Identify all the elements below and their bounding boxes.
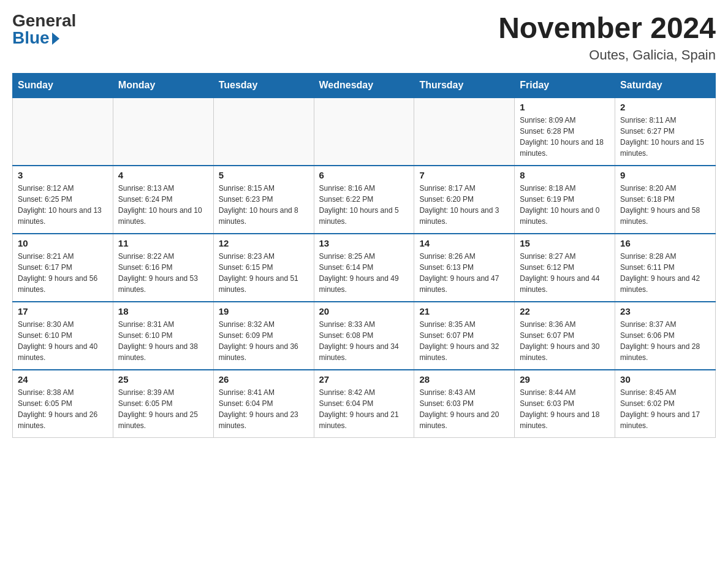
day-number: 1 — [520, 102, 610, 112]
calendar-cell: 11Sunrise: 8:22 AMSunset: 6:16 PMDayligh… — [113, 234, 213, 302]
day-info: Sunrise: 8:45 AMSunset: 6:02 PMDaylight:… — [620, 387, 710, 431]
day-info: Sunrise: 8:44 AMSunset: 6:03 PMDaylight:… — [520, 387, 610, 431]
calendar-cell: 28Sunrise: 8:43 AMSunset: 6:03 PMDayligh… — [414, 370, 515, 438]
calendar-cell — [314, 98, 414, 166]
day-info: Sunrise: 8:18 AMSunset: 6:19 PMDaylight:… — [520, 183, 610, 227]
calendar-cell: 23Sunrise: 8:37 AMSunset: 6:06 PMDayligh… — [615, 302, 716, 370]
day-number: 30 — [620, 374, 710, 385]
calendar-week-row: 17Sunrise: 8:30 AMSunset: 6:10 PMDayligh… — [13, 302, 716, 370]
day-info: Sunrise: 8:11 AMSunset: 6:27 PMDaylight:… — [620, 115, 710, 159]
calendar-cell: 7Sunrise: 8:17 AMSunset: 6:20 PMDaylight… — [414, 166, 515, 234]
day-info: Sunrise: 8:43 AMSunset: 6:03 PMDaylight:… — [419, 387, 509, 431]
day-info: Sunrise: 8:26 AMSunset: 6:13 PMDaylight:… — [419, 251, 509, 295]
day-number: 6 — [319, 170, 409, 180]
calendar-table: SundayMondayTuesdayWednesdayThursdayFrid… — [12, 73, 716, 438]
header-sunday: Sunday — [13, 73, 113, 98]
day-number: 17 — [18, 306, 108, 316]
calendar-cell: 30Sunrise: 8:45 AMSunset: 6:02 PMDayligh… — [615, 370, 716, 438]
calendar-header-row: SundayMondayTuesdayWednesdayThursdayFrid… — [13, 73, 716, 98]
day-number: 3 — [18, 170, 108, 180]
calendar-cell: 10Sunrise: 8:21 AMSunset: 6:17 PMDayligh… — [13, 234, 113, 302]
calendar-cell: 26Sunrise: 8:41 AMSunset: 6:04 PMDayligh… — [213, 370, 314, 438]
day-number: 28 — [419, 374, 509, 385]
calendar-cell: 4Sunrise: 8:13 AMSunset: 6:24 PMDaylight… — [113, 166, 213, 234]
header-wednesday: Wednesday — [314, 73, 414, 98]
day-info: Sunrise: 8:39 AMSunset: 6:05 PMDaylight:… — [118, 387, 208, 431]
location-title: Outes, Galicia, Spain — [498, 47, 716, 63]
day-number: 9 — [620, 170, 710, 180]
day-number: 16 — [620, 238, 710, 248]
day-number: 22 — [520, 306, 610, 316]
day-number: 25 — [118, 374, 208, 385]
day-number: 4 — [118, 170, 208, 180]
day-info: Sunrise: 8:16 AMSunset: 6:22 PMDaylight:… — [319, 183, 409, 227]
calendar-cell — [113, 98, 213, 166]
day-number: 7 — [419, 170, 509, 180]
day-number: 29 — [520, 374, 610, 385]
logo-arrow-icon — [52, 33, 59, 45]
day-info: Sunrise: 8:37 AMSunset: 6:06 PMDaylight:… — [620, 319, 710, 363]
calendar-cell — [414, 98, 515, 166]
day-info: Sunrise: 8:12 AMSunset: 6:25 PMDaylight:… — [18, 183, 108, 227]
calendar-cell: 29Sunrise: 8:44 AMSunset: 6:03 PMDayligh… — [515, 370, 615, 438]
calendar-cell: 9Sunrise: 8:20 AMSunset: 6:18 PMDaylight… — [615, 166, 716, 234]
day-info: Sunrise: 8:17 AMSunset: 6:20 PMDaylight:… — [419, 183, 509, 227]
day-number: 21 — [419, 306, 509, 316]
day-info: Sunrise: 8:38 AMSunset: 6:05 PMDaylight:… — [18, 387, 108, 431]
calendar-cell: 16Sunrise: 8:28 AMSunset: 6:11 PMDayligh… — [615, 234, 716, 302]
logo: General Blue — [12, 12, 76, 47]
header-thursday: Thursday — [414, 73, 515, 98]
day-number: 12 — [219, 238, 309, 248]
calendar-cell: 2Sunrise: 8:11 AMSunset: 6:27 PMDaylight… — [615, 98, 716, 166]
header-tuesday: Tuesday — [213, 73, 314, 98]
calendar-week-row: 24Sunrise: 8:38 AMSunset: 6:05 PMDayligh… — [13, 370, 716, 438]
calendar-cell: 12Sunrise: 8:23 AMSunset: 6:15 PMDayligh… — [213, 234, 314, 302]
day-info: Sunrise: 8:42 AMSunset: 6:04 PMDaylight:… — [319, 387, 409, 431]
day-info: Sunrise: 8:36 AMSunset: 6:07 PMDaylight:… — [520, 319, 610, 363]
day-number: 13 — [319, 238, 409, 248]
day-info: Sunrise: 8:30 AMSunset: 6:10 PMDaylight:… — [18, 319, 108, 363]
calendar-cell: 15Sunrise: 8:27 AMSunset: 6:12 PMDayligh… — [515, 234, 615, 302]
day-info: Sunrise: 8:41 AMSunset: 6:04 PMDaylight:… — [219, 387, 309, 431]
month-title: November 2024 — [498, 12, 716, 45]
day-number: 2 — [620, 102, 710, 112]
calendar-week-row: 10Sunrise: 8:21 AMSunset: 6:17 PMDayligh… — [13, 234, 716, 302]
calendar-cell: 20Sunrise: 8:33 AMSunset: 6:08 PMDayligh… — [314, 302, 414, 370]
calendar-cell — [13, 98, 113, 166]
calendar-week-row: 1Sunrise: 8:09 AMSunset: 6:28 PMDaylight… — [13, 98, 716, 166]
calendar-cell: 22Sunrise: 8:36 AMSunset: 6:07 PMDayligh… — [515, 302, 615, 370]
calendar-cell — [213, 98, 314, 166]
day-number: 5 — [219, 170, 309, 180]
day-info: Sunrise: 8:22 AMSunset: 6:16 PMDaylight:… — [118, 251, 208, 295]
day-info: Sunrise: 8:27 AMSunset: 6:12 PMDaylight:… — [520, 251, 610, 295]
day-number: 20 — [319, 306, 409, 316]
day-info: Sunrise: 8:15 AMSunset: 6:23 PMDaylight:… — [219, 183, 309, 227]
title-area: November 2024 Outes, Galicia, Spain — [498, 12, 716, 63]
calendar-cell: 24Sunrise: 8:38 AMSunset: 6:05 PMDayligh… — [13, 370, 113, 438]
calendar-week-row: 3Sunrise: 8:12 AMSunset: 6:25 PMDaylight… — [13, 166, 716, 234]
calendar-cell: 3Sunrise: 8:12 AMSunset: 6:25 PMDaylight… — [13, 166, 113, 234]
header-friday: Friday — [515, 73, 615, 98]
day-info: Sunrise: 8:21 AMSunset: 6:17 PMDaylight:… — [18, 251, 108, 295]
day-info: Sunrise: 8:13 AMSunset: 6:24 PMDaylight:… — [118, 183, 208, 227]
day-number: 24 — [18, 374, 108, 385]
calendar-cell: 17Sunrise: 8:30 AMSunset: 6:10 PMDayligh… — [13, 302, 113, 370]
day-info: Sunrise: 8:35 AMSunset: 6:07 PMDaylight:… — [419, 319, 509, 363]
day-info: Sunrise: 8:25 AMSunset: 6:14 PMDaylight:… — [319, 251, 409, 295]
day-info: Sunrise: 8:32 AMSunset: 6:09 PMDaylight:… — [219, 319, 309, 363]
calendar-cell: 27Sunrise: 8:42 AMSunset: 6:04 PMDayligh… — [314, 370, 414, 438]
calendar-cell: 25Sunrise: 8:39 AMSunset: 6:05 PMDayligh… — [113, 370, 213, 438]
header-monday: Monday — [113, 73, 213, 98]
day-number: 10 — [18, 238, 108, 248]
logo-blue-text: Blue — [12, 29, 50, 47]
calendar-cell: 14Sunrise: 8:26 AMSunset: 6:13 PMDayligh… — [414, 234, 515, 302]
logo-general-text: General — [12, 12, 76, 29]
calendar-cell: 21Sunrise: 8:35 AMSunset: 6:07 PMDayligh… — [414, 302, 515, 370]
day-number: 15 — [520, 238, 610, 248]
header-saturday: Saturday — [615, 73, 716, 98]
calendar-cell: 5Sunrise: 8:15 AMSunset: 6:23 PMDaylight… — [213, 166, 314, 234]
day-number: 23 — [620, 306, 710, 316]
day-info: Sunrise: 8:09 AMSunset: 6:28 PMDaylight:… — [520, 115, 610, 159]
header: General Blue November 2024 Outes, Galici… — [12, 12, 716, 63]
calendar-cell: 6Sunrise: 8:16 AMSunset: 6:22 PMDaylight… — [314, 166, 414, 234]
